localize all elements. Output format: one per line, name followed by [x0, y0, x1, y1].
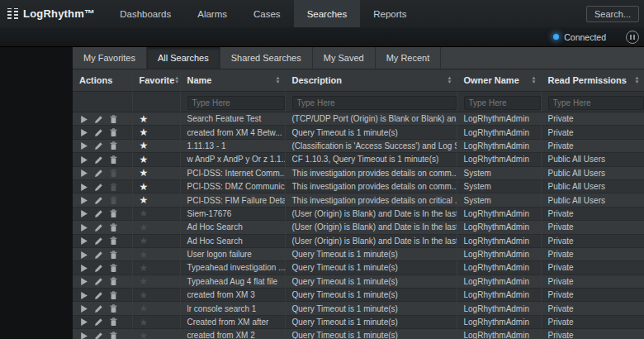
column-header-favorite[interactable]: Favorite ▲▼ — [132, 69, 180, 92]
table-row[interactable]: ★ created from XM 4 Betw... Query Timeou… — [73, 126, 644, 139]
run-search-icon[interactable] — [79, 223, 90, 232]
delete-search-icon[interactable] — [109, 251, 120, 260]
run-search-icon[interactable] — [79, 169, 90, 178]
nav-tab-reports[interactable]: Reports — [360, 0, 419, 27]
edit-search-icon[interactable] — [94, 291, 105, 300]
table-row[interactable]: ★ Search Feature Test (TCP/UDP Port (Ori… — [73, 112, 644, 126]
delete-search-icon[interactable] — [109, 169, 120, 178]
read-permissions-filter-input[interactable] — [548, 96, 644, 110]
table-row[interactable]: ★ User logon failure Query Timeout is 1 … — [73, 247, 644, 260]
run-search-icon[interactable] — [79, 251, 90, 260]
favorite-star-icon[interactable]: ★ — [140, 331, 149, 339]
delete-search-icon[interactable] — [109, 332, 120, 339]
table-row[interactable]: ★ w AndP x AndP y Or z 1.1... CF 1.10.3,… — [73, 153, 644, 166]
run-search-icon[interactable] — [79, 277, 90, 286]
edit-search-icon[interactable] — [94, 251, 105, 260]
favorite-star-icon[interactable]: ★ — [140, 195, 149, 205]
favorite-star-icon[interactable]: ★ — [140, 208, 149, 218]
tab-my-recent[interactable]: My Recent — [376, 47, 442, 69]
edit-search-icon[interactable] — [94, 155, 105, 165]
table-row[interactable]: ★ Siem-17676 (User (Origin) is Blank) an… — [73, 207, 644, 220]
edit-search-icon[interactable] — [94, 115, 105, 124]
edit-search-icon[interactable] — [94, 277, 105, 286]
run-search-icon[interactable] — [79, 332, 90, 339]
table-row[interactable]: ★ created from XM 2 Query Timeout is 1 m… — [73, 329, 644, 339]
table-row[interactable]: ★ PCI-DSS: FIM Failure Detail This inves… — [73, 193, 644, 207]
tab-my-saved[interactable]: My Saved — [313, 47, 376, 69]
edit-search-icon[interactable] — [94, 223, 105, 232]
sort-icon[interactable]: ▲▼ — [276, 76, 281, 84]
global-search-button[interactable]: Search... — [586, 6, 639, 22]
delete-search-icon[interactable] — [109, 115, 120, 124]
favorite-star-icon[interactable]: ★ — [140, 290, 149, 300]
favorite-star-icon[interactable]: ★ — [140, 222, 149, 232]
favorite-star-icon[interactable]: ★ — [140, 141, 149, 150]
delete-search-icon[interactable] — [109, 223, 120, 232]
edit-search-icon[interactable] — [94, 236, 105, 246]
nav-tab-searches[interactable]: Searches — [294, 0, 361, 27]
favorite-star-icon[interactable]: ★ — [140, 276, 149, 286]
favorite-star-icon[interactable]: ★ — [140, 127, 149, 137]
delete-search-icon[interactable] — [109, 304, 120, 313]
favorite-star-icon[interactable]: ★ — [140, 236, 149, 246]
tab-my-favorites[interactable]: My Favorites — [73, 47, 147, 69]
run-search-icon[interactable] — [79, 141, 90, 150]
delete-search-icon[interactable] — [109, 209, 120, 218]
sort-icon[interactable]: ▲▼ — [447, 76, 452, 84]
run-search-icon[interactable] — [79, 155, 90, 165]
nav-tab-dashboards[interactable]: Dashboards — [107, 0, 184, 27]
favorite-star-icon[interactable]: ★ — [140, 168, 149, 178]
run-search-icon[interactable] — [79, 209, 90, 218]
edit-search-icon[interactable] — [94, 318, 105, 327]
delete-search-icon[interactable] — [109, 128, 120, 137]
sort-icon[interactable]: ▲▼ — [174, 76, 179, 84]
run-search-icon[interactable] — [79, 196, 90, 205]
run-search-icon[interactable] — [79, 236, 90, 246]
run-search-icon[interactable] — [79, 128, 90, 137]
nav-tab-alarms[interactable]: Alarms — [184, 0, 240, 27]
run-search-icon[interactable] — [79, 304, 90, 313]
table-row[interactable]: ★ Created from XM after Query Timeout is… — [73, 315, 644, 328]
favorite-star-icon[interactable]: ★ — [140, 318, 149, 327]
column-header-owner-name[interactable]: Owner Name ▲▼ — [457, 69, 541, 92]
nav-tab-cases[interactable]: Cases — [240, 0, 294, 27]
edit-search-icon[interactable] — [94, 169, 105, 178]
favorite-star-icon[interactable]: ★ — [140, 303, 149, 313]
table-row[interactable]: ★ Typeahead investigation ... Query Time… — [73, 261, 644, 275]
favorite-star-icon[interactable]: ★ — [140, 263, 149, 273]
favorite-star-icon[interactable]: ★ — [140, 250, 149, 260]
column-header-name[interactable]: Name ▲▼ — [180, 69, 285, 92]
edit-search-icon[interactable] — [94, 128, 105, 137]
favorite-star-icon[interactable]: ★ — [140, 155, 149, 165]
table-row[interactable]: ★ lr console search 1 Query Timeout is 1… — [73, 302, 644, 315]
delete-search-icon[interactable] — [109, 291, 120, 300]
delete-search-icon[interactable] — [109, 277, 120, 286]
run-search-icon[interactable] — [79, 291, 90, 300]
sort-icon[interactable]: ▲▼ — [635, 76, 640, 84]
delete-search-icon[interactable] — [109, 183, 120, 192]
delete-search-icon[interactable] — [109, 318, 120, 327]
table-row[interactable]: ★ 1.11.13 - 1 (Classification is 'Access… — [73, 139, 644, 152]
column-header-description[interactable]: Description ▲▼ — [285, 69, 457, 92]
edit-search-icon[interactable] — [94, 196, 105, 205]
owner-name-filter-input[interactable] — [464, 96, 541, 110]
edit-search-icon[interactable] — [94, 209, 105, 218]
sort-icon[interactable]: ▲▼ — [532, 76, 537, 84]
edit-search-icon[interactable] — [94, 141, 105, 150]
table-row[interactable]: ★ Typeahead Aug 4 flat file Query Timeou… — [73, 275, 644, 288]
delete-search-icon[interactable] — [109, 196, 120, 205]
edit-search-icon[interactable] — [94, 264, 105, 273]
edit-search-icon[interactable] — [94, 183, 105, 192]
edit-search-icon[interactable] — [94, 332, 105, 339]
run-search-icon[interactable] — [79, 115, 90, 124]
delete-search-icon[interactable] — [109, 155, 120, 165]
table-row[interactable]: ★ created from XM 3 Query Timeout is 1 m… — [73, 289, 644, 302]
description-filter-input[interactable] — [292, 96, 457, 110]
favorite-star-icon[interactable]: ★ — [140, 182, 149, 192]
delete-search-icon[interactable] — [109, 141, 120, 150]
run-search-icon[interactable] — [79, 318, 90, 327]
column-header-read-permissions[interactable]: Read Permissions ▲▼ — [541, 69, 644, 92]
run-search-icon[interactable] — [79, 264, 90, 273]
table-row[interactable]: ★ PCI-DSS: Internet Comm... This investi… — [73, 166, 644, 179]
tab-shared-searches[interactable]: Shared Searches — [220, 47, 313, 69]
